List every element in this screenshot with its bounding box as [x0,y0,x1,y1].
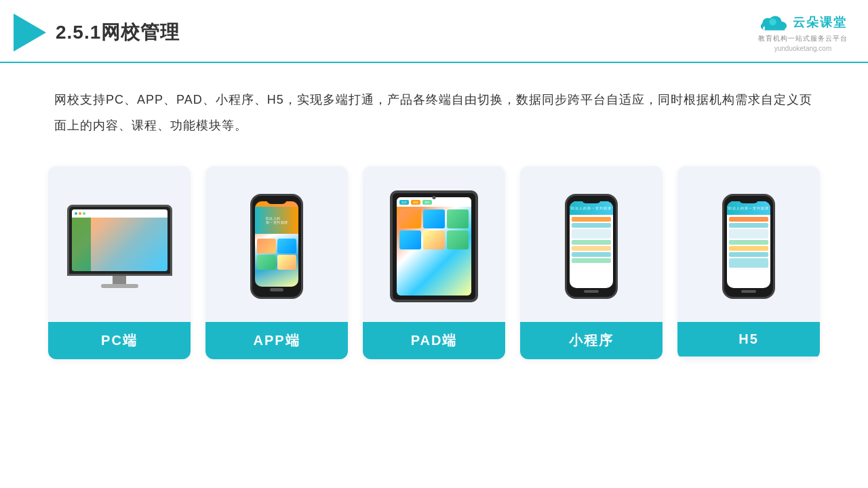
card-pc-label: PC端 [48,322,191,359]
mini-phone-screen: 职达人的第一堂判题课 [570,201,613,288]
cards-section: PC端 职达人的第一堂判题课 APP端 [0,159,868,359]
h5-screen-body [727,215,770,270]
h5-phone-notch [739,199,758,203]
pad-tile-2 [423,209,445,228]
h5-row-5 [729,246,768,251]
pc-nav-dot-3 [83,212,85,215]
svg-point-10 [769,18,776,25]
header-left: 2.5.1网校管理 [14,14,180,52]
mini-screen-body [570,215,613,265]
card-miniprogram: 职达人的第一堂判题课 小程序 [520,166,663,359]
mini-home-bar [584,290,599,293]
card-pad-image: 首页 课程 我的 [363,166,505,322]
mini-screen-top: 职达人的第一堂判题课 [570,201,613,215]
mini-row-6 [572,252,611,257]
card-miniprogram-image: 职达人的第一堂判题课 [520,166,663,322]
phone-notch [267,199,287,204]
h5-row-2 [729,223,768,228]
pad-tile-6 [447,230,469,249]
pad-content [397,207,471,252]
h5-row-7 [729,258,768,268]
app-phone-mockup: 职达人的第一堂判题课 [250,194,303,299]
cloud-icon [759,12,789,33]
brand-logo: 云朵课堂 [759,12,847,33]
pc-mockup [67,205,172,288]
mini-row-4 [572,240,611,245]
header: 2.5.1网校管理 云朵课堂 教育机构一站式服务云平台 yunduoketan [0,0,868,63]
h5-row-6 [729,252,768,257]
h5-phone-mockup: 职达人的第一堂判题课 [722,194,775,299]
h5-row-1 [729,217,768,222]
card-h5-label: H5 [677,322,820,357]
pc-screen-content [72,209,167,271]
page-title: 2.5.1网校管理 [56,20,180,45]
card-app-image: 职达人的第一堂判题课 [205,166,348,322]
pad-nav-item-3: 我的 [422,200,432,205]
card-pc-image [48,166,191,322]
h5-phone-screen: 职达人的第一堂判题课 [727,201,770,288]
card-pad-label: PAD端 [363,322,505,359]
mini-row-5 [572,246,611,251]
phone-home-button [270,288,283,291]
h5-row-4 [729,240,768,245]
logo-triangle-icon [14,14,46,52]
pc-sidebar [72,218,91,271]
pc-stand-base [101,284,138,288]
pad-nav-item-1: 首页 [399,200,409,205]
mini-row-2 [572,223,611,228]
card-pc: PC端 [48,166,191,359]
pad-nav-item-2: 课程 [411,200,420,205]
brand-slogan: 教育机构一站式服务云平台 [758,34,848,43]
pc-screen-outer [67,205,172,276]
brand-name: 云朵课堂 [793,14,847,30]
pc-main [91,218,167,271]
pc-nav-dot [75,212,77,215]
psc-card-3 [257,255,276,270]
card-h5-image: 职达人的第一堂判题课 [677,166,820,322]
pad-tile-4 [399,230,421,249]
mini-row-1 [572,217,611,222]
mini-row-3 [572,229,611,239]
pad-screen: 首页 课程 我的 [397,197,471,296]
pc-screen-inner [72,209,167,271]
svg-rect-9 [765,24,785,30]
h5-screen-top: 职达人的第一堂判题课 [727,201,770,215]
phone-screen-banner: 职达人的第一堂判题课 [255,207,298,234]
h5-row-3 [729,229,768,239]
psc-card-1 [257,239,276,253]
psc-card-4 [277,255,296,270]
card-app: 职达人的第一堂判题课 APP端 [205,166,348,359]
phone-screen-cards [257,239,296,270]
description-text: 网校支持PC、APP、PAD、小程序、H5，实现多端打通，产品各终端自由切换，数… [0,63,868,152]
pc-nav-dot-2 [79,212,81,215]
brand-url: yunduoketang.com [774,45,832,52]
pad-tile-5 [423,230,445,249]
pad-camera [433,196,436,199]
mini-phone-notch [582,199,601,203]
mini-row-7 [572,258,611,263]
miniprogram-phone-mockup: 职达人的第一堂判题课 [565,194,618,299]
card-app-label: APP端 [205,322,348,359]
card-h5: 职达人的第一堂判题课 H5 [677,166,820,359]
card-miniprogram-label: 小程序 [520,322,663,359]
pad-mockup: 首页 课程 我的 [390,190,478,302]
pc-stand-neck [113,276,126,284]
h5-home-bar [741,290,756,293]
pc-nav-bar [72,209,167,218]
brand-area: 云朵课堂 教育机构一站式服务云平台 yunduoketang.com [758,12,848,52]
psc-card-2 [277,239,296,253]
pad-tile-3 [447,209,469,228]
pad-tile-1 [399,209,421,228]
card-pad: 首页 课程 我的 PAD端 [363,166,505,359]
phone-screen: 职达人的第一堂判题课 [255,201,298,287]
